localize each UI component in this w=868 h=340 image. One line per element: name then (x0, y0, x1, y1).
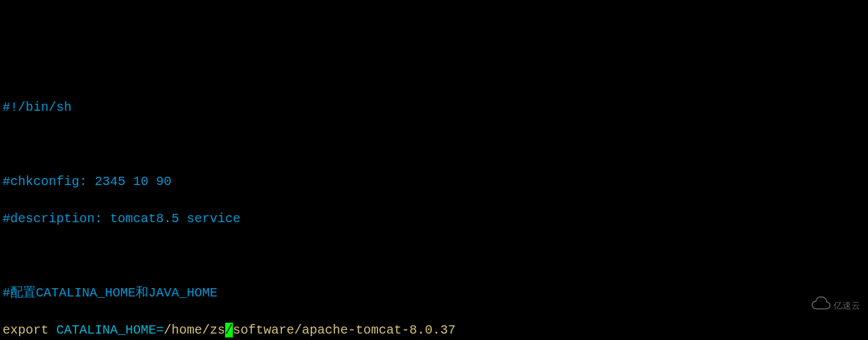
shebang-line: #!/bin/sh (3, 100, 72, 115)
watermark-text: 亿速云 (833, 299, 860, 312)
description-comment: #description: tomcat8.5 service (3, 211, 241, 226)
catalina-path-pre: /home/zs (164, 323, 225, 337)
export-keyword: export (3, 323, 49, 337)
config-comment: #配置CATALINA_HOME和JAVA_HOME (3, 286, 217, 300)
catalina-path-post: software/apache-tomcat-8.0.37 (233, 323, 455, 337)
terminal-editor[interactable]: #!/bin/sh #chkconfig: 2345 10 90 #descri… (3, 79, 865, 340)
catalina-var: CATALINA_HOME= (49, 323, 164, 337)
cloud-icon (780, 277, 831, 335)
watermark: 亿速云 (780, 277, 860, 335)
cursor-position: / (225, 323, 233, 337)
chkconfig-comment: #chkconfig: 2345 10 90 (3, 174, 171, 189)
catalina-export-line: export CATALINA_HOME=/home/zs/software/a… (3, 321, 865, 339)
